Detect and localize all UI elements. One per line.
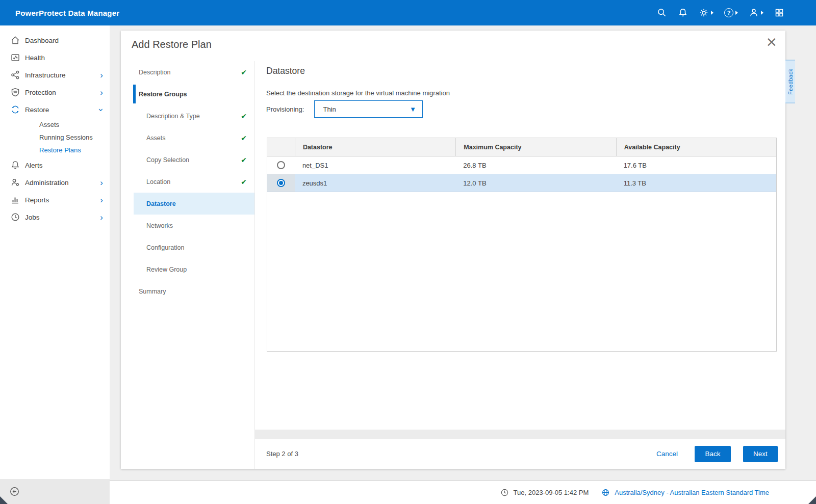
check-icon: ✔ [241,156,247,164]
check-icon: ✔ [241,112,247,120]
wizard-step-restore-groups[interactable]: Restore Groups [121,83,254,105]
provisioning-row: Provisioning: Thin ▼ [266,100,423,118]
footer-divider [255,430,785,439]
collapse-sidebar-icon[interactable] [9,486,20,497]
sidebar-nav: Dashboard Health Infrastructure › Protec… [0,25,110,479]
wizard-step-configuration[interactable]: Configuration [121,236,254,258]
user-caret-icon [761,11,763,15]
wizard-step-description-type[interactable]: Description & Type✔ [121,105,254,127]
wizard-footer: Step 2 of 3 Cancel Back Next [255,439,785,469]
alerts-icon [10,160,20,170]
globe-icon [601,488,610,497]
instruction-text: Select the destination storage for the v… [266,89,450,97]
column-header-available-capacity: Available Capacity [616,138,776,156]
settings-icon[interactable] [699,8,713,18]
sidebar-item-infrastructure[interactable]: Infrastructure › [0,66,110,84]
wizard-step-datastore[interactable]: Datastore [121,193,254,215]
add-restore-plan-dialog: Add Restore Plan × Description✔ Restore … [121,31,785,469]
status-datetime: Tue, 2023-09-05 1:42 PM [514,489,589,496]
provisioning-label: Provisioning: [266,105,304,113]
chevron-right-icon: › [100,178,103,187]
cancel-button[interactable]: Cancel [656,450,678,458]
chevron-down-icon: › [97,108,106,111]
user-icon[interactable] [749,8,763,18]
chevron-right-icon: › [100,213,103,222]
app-title: PowerProtect Data Manager [15,9,119,17]
column-header-datastore: Datastore [295,138,455,156]
table-row[interactable]: net_DS1 26.8 TB 17.6 TB [267,156,776,174]
wizard-step-summary[interactable]: Summary [121,280,254,302]
sidebar-collapse-bar [0,479,110,504]
feedback-tab[interactable]: Feedback [785,60,795,103]
sidebar-item-jobs[interactable]: Jobs › [0,208,110,226]
top-bar: PowerProtect Data Manager ? [0,0,816,25]
status-timezone[interactable]: Australia/Sydney - Australian Eastern St… [615,489,769,496]
radio-button-unselected[interactable] [277,161,285,169]
back-button[interactable]: Back [695,446,731,462]
dropdown-caret-icon: ▼ [411,107,415,112]
check-icon: ✔ [241,134,247,142]
sidebar-item-dashboard[interactable]: Dashboard [0,32,110,49]
resize-grip-bottom-right [808,496,816,504]
clock-icon [500,488,509,497]
resize-grip-bottom-left [0,496,8,504]
administration-icon [10,177,20,188]
next-button[interactable]: Next [743,446,778,462]
datastore-table: Datastore Maximum Capacity Available Cap… [267,138,777,352]
sidebar-item-protection[interactable]: Protection › [0,84,110,101]
radio-button-selected[interactable] [277,179,285,187]
radio-column-header [267,138,295,156]
sidebar-item-assets[interactable]: Assets [0,118,110,131]
help-icon[interactable]: ? [724,8,738,17]
column-header-maximum-capacity: Maximum Capacity [455,138,616,156]
sidebar-item-administration[interactable]: Administration › [0,174,110,191]
check-icon: ✔ [241,68,247,76]
page-title: Datastore [266,66,305,76]
restore-icon [10,104,20,115]
table-row-selected[interactable]: zeusds1 12.0 TB 11.3 TB [267,174,776,192]
status-bar: Tue, 2023-09-05 1:42 PM Australia/Sydney… [110,481,816,504]
topbar-icon-group: ? [657,8,816,18]
jobs-icon [10,212,20,222]
provisioning-dropdown[interactable]: Thin ▼ [314,100,423,118]
wizard-step-review-group[interactable]: Review Group [121,258,254,280]
step-indicator: Step 2 of 3 [266,450,298,458]
wizard-step-description[interactable]: Description✔ [121,61,254,83]
sidebar-item-reports[interactable]: Reports › [0,191,110,208]
chevron-right-icon: › [100,88,103,97]
reports-icon [10,195,20,205]
search-icon[interactable] [657,8,667,18]
health-icon [10,52,20,63]
sidebar-item-restore[interactable]: Restore › [0,101,110,118]
wizard-step-location[interactable]: Location✔ [121,171,254,193]
check-icon: ✔ [241,178,247,186]
chevron-right-icon: › [100,196,103,204]
home-icon [10,35,20,45]
protection-icon [10,87,20,97]
wizard-step-networks[interactable]: Networks [121,215,254,236]
wizard-step-assets[interactable]: Assets✔ [121,127,254,149]
wizard-content: Datastore Select the destination storage… [255,59,785,469]
app-launcher-icon[interactable] [774,8,784,18]
sidebar-item-health[interactable]: Health [0,49,110,66]
wizard-step-copy-selection[interactable]: Copy Selection✔ [121,149,254,171]
settings-caret-icon [711,11,713,15]
sidebar-item-alerts[interactable]: Alerts [0,156,110,174]
infrastructure-icon [10,70,20,80]
sidebar-item-restore-plans[interactable]: Restore Plans [0,144,110,156]
wizard-step-list: Description✔ Restore Groups Description … [121,61,255,469]
notifications-icon[interactable] [678,8,688,18]
footer-actions: Cancel Back Next [656,446,778,462]
help-caret-icon [735,11,738,15]
provisioning-selected-value: Thin [323,105,336,113]
sidebar-item-running-sessions[interactable]: Running Sessions [0,131,110,144]
chevron-right-icon: › [100,71,103,79]
dialog-title: Add Restore Plan [132,39,212,50]
table-header-row: Datastore Maximum Capacity Available Cap… [267,138,776,156]
close-icon[interactable]: × [766,35,777,48]
